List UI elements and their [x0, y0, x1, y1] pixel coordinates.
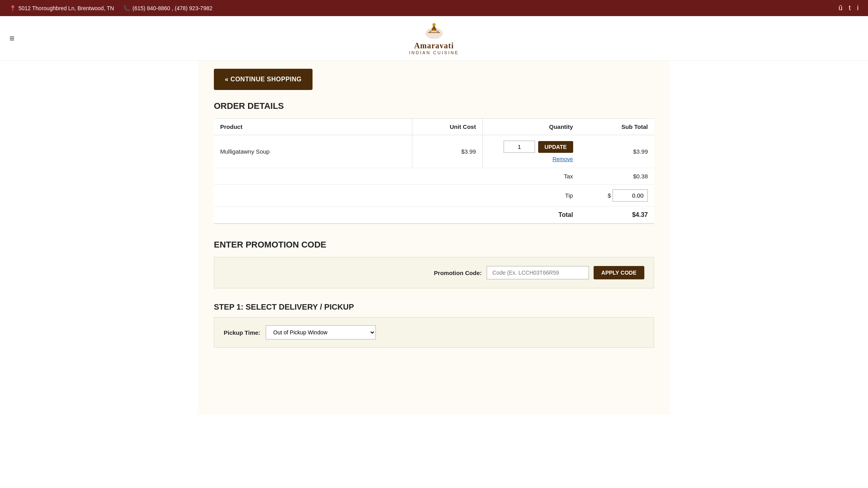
promo-input[interactable] — [487, 266, 589, 279]
unit-cost-value: $3.99 — [412, 135, 482, 168]
header: ≡ Amaravati INDIAN CUISINE — [0, 16, 868, 61]
total-label: Total — [482, 207, 579, 224]
delivery-section: STEP 1: SELECT DELIVERY / PICKUP Pickup … — [214, 303, 654, 348]
col-unit-cost: Unit Cost — [412, 119, 482, 135]
tax-label: Tax — [482, 168, 579, 185]
svg-point-4 — [437, 31, 439, 33]
twitter-icon[interactable]: t — [849, 4, 851, 12]
delivery-title: STEP 1: SELECT DELIVERY / PICKUP — [214, 303, 654, 312]
table-row: Mulligatawny Soup $3.99 UPDATE Remove $3… — [214, 135, 654, 168]
logo-emblem — [420, 22, 448, 41]
order-details-title: ORDER DETAILS — [214, 101, 654, 111]
quantity-cell: UPDATE Remove — [482, 135, 579, 168]
phone-contact: 📞 (615) 840-8860 , (478) 923-7982 — [123, 5, 212, 11]
total-value: $4.37 — [579, 207, 654, 224]
pickup-time-select[interactable]: Out of Pickup Window — [266, 325, 376, 339]
promo-section: ENTER PROMOTION CODE Promotion Code: APP… — [214, 240, 654, 288]
total-row: Total $4.37 — [214, 207, 654, 224]
apply-code-button[interactable]: APPLY CODE — [594, 266, 644, 279]
col-quantity: Quantity — [482, 119, 579, 135]
table-header-row: Product Unit Cost Quantity Sub Total — [214, 119, 654, 135]
tip-input[interactable] — [612, 189, 648, 202]
location-icon: 📍 — [9, 5, 16, 11]
quantity-input[interactable] — [504, 141, 535, 153]
promo-box: Promotion Code: APPLY CODE — [214, 257, 654, 288]
order-details-section: ORDER DETAILS Product Unit Cost Quantity… — [214, 101, 654, 224]
promo-label: Promotion Code: — [434, 270, 482, 276]
promo-title: ENTER PROMOTION CODE — [214, 240, 654, 250]
tip-row: Tip $ — [214, 185, 654, 207]
logo-container: Amaravati INDIAN CUISINE — [409, 22, 459, 55]
tax-value: $0.38 — [579, 168, 654, 185]
update-button[interactable]: UPDATE — [538, 141, 573, 153]
svg-point-1 — [432, 23, 436, 26]
main-content: « CONTINUE SHOPPING ORDER DETAILS Produc… — [198, 61, 670, 415]
continue-shopping-button[interactable]: « CONTINUE SHOPPING — [214, 69, 313, 90]
remove-link[interactable]: Remove — [489, 156, 573, 162]
tax-row: Tax $0.38 — [214, 168, 654, 185]
order-table: Product Unit Cost Quantity Sub Total Mul… — [214, 118, 654, 224]
product-name: Mulligatawny Soup — [214, 135, 412, 168]
phone-icon: 📞 — [123, 5, 130, 11]
col-product: Product — [214, 119, 412, 135]
tip-label: Tip — [482, 185, 579, 207]
facebook-icon[interactable]: û — [839, 4, 842, 12]
social-links: û t i — [839, 4, 859, 12]
pickup-label: Pickup Time: — [224, 329, 260, 336]
top-bar-left: 📍 5012 Thoroughbred Ln, Brentwood, TN 📞 … — [9, 5, 212, 11]
svg-point-5 — [433, 29, 435, 31]
tip-value-cell: $ — [579, 185, 654, 207]
address-text: 5012 Thoroughbred Ln, Brentwood, TN — [18, 5, 114, 11]
logo-sub: INDIAN CUISINE — [409, 50, 459, 55]
delivery-box: Pickup Time: Out of Pickup Window — [214, 317, 654, 348]
top-bar: 📍 5012 Thoroughbred Ln, Brentwood, TN 📞 … — [0, 0, 868, 16]
subtotal-value: $3.99 — [579, 135, 654, 168]
address-contact: 📍 5012 Thoroughbred Ln, Brentwood, TN — [9, 5, 114, 11]
logo-text: Amaravati — [414, 41, 454, 50]
instagram-icon[interactable]: i — [857, 4, 859, 12]
svg-point-3 — [429, 31, 431, 33]
col-subtotal: Sub Total — [579, 119, 654, 135]
tip-prefix: $ — [608, 192, 611, 199]
menu-icon[interactable]: ≡ — [9, 33, 15, 44]
phone-text: (615) 840-8860 , (478) 923-7982 — [132, 5, 212, 11]
